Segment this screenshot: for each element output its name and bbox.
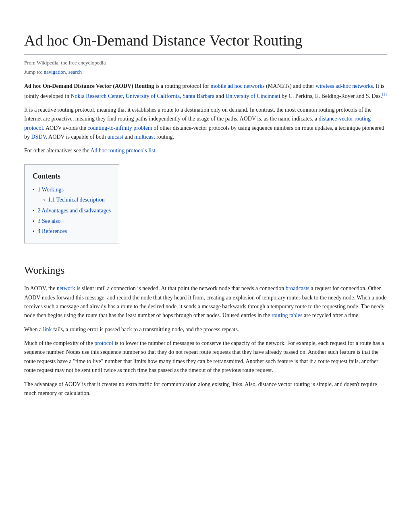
workings-paragraph-4: The advantage of AODV is that it creates… [24, 380, 387, 398]
contents-link-workings[interactable]: 1 Workings [38, 187, 64, 193]
counting-to-infinity-link[interactable]: counting-to-infinity problem [87, 125, 152, 131]
workings-text-6: fails, a routing error is passed back to… [52, 326, 239, 332]
uc-santa-barbara-link[interactable]: University of California, Santa Barbara [126, 93, 214, 99]
contents-link-advantages[interactable]: 2 Advantages and disadvantages [38, 206, 111, 215]
para-reactive-text-4: . AODV is capable of both [46, 134, 108, 140]
workings-text-5: When a [24, 326, 43, 332]
contents-link-technical[interactable]: 1.1 Technical description [48, 195, 105, 204]
workings-paragraph-2: When a link fails, a routing error is pa… [24, 325, 387, 334]
nokia-research-center-link[interactable]: Nokia Research Center [71, 93, 122, 99]
intro-text-1: is a routing protocol for [156, 83, 210, 89]
contents-item-advantages: 2 Advantages and disadvantages [33, 206, 111, 215]
link-link[interactable]: link [43, 326, 52, 332]
network-link[interactable]: network [57, 285, 75, 291]
intro-text-5: and [214, 93, 225, 99]
page-title: Ad hoc On-Demand Distance Vector Routing [24, 28, 387, 55]
protocol-link[interactable]: protocol [94, 340, 113, 346]
search-link[interactable]: search [68, 69, 82, 75]
ad-hoc-routing-protocols-list-link[interactable]: Ad hoc routing protocols list [90, 148, 155, 154]
routing-tables-link[interactable]: routing tables [272, 312, 303, 318]
contents-box: Contents 1 Workings 1.1 Technical descri… [24, 164, 119, 243]
mobile-ad-hoc-networks-link[interactable]: mobile ad hoc networks [211, 83, 265, 89]
wireless-ad-hoc-networks-link[interactable]: wireless ad-hoc networks [316, 83, 373, 89]
multicast-link[interactable]: multicast [134, 134, 155, 140]
subtitle: From Wikipedia, the free encyclopedia [24, 59, 387, 67]
contents-list: 1 Workings 1.1 Technical description 2 A… [33, 185, 111, 236]
contents-link-references[interactable]: 4 References [38, 227, 67, 236]
contents-item-workings: 1 Workings 1.1 Technical description [33, 185, 111, 206]
intro-text-4: , [123, 93, 126, 99]
navigation-link[interactable]: navigation [44, 69, 66, 75]
university-of-cincinnati-link[interactable]: University of Cincinnati [225, 93, 280, 99]
para-reactive-text-5: and [123, 134, 134, 140]
jump-to-label: Jump to: [24, 69, 44, 75]
workings-paragraph-1: In AODV, the network is silent until a c… [24, 284, 387, 320]
workings-text-2: is silent until a connection is needed. … [75, 285, 286, 291]
contents-title: Contents [33, 170, 111, 182]
intro-text-2: (MANETs) and other [265, 83, 316, 89]
para-alt-text-1: For other alternatives see the [24, 148, 90, 154]
dsdv-link[interactable]: DSDV [31, 134, 46, 140]
workings-heading: Workings [24, 262, 387, 281]
contents-link-see-also[interactable]: 3 See also [38, 217, 61, 226]
workings-text-4: are recycled after a time. [303, 312, 360, 318]
paragraph-reactive: It is a reactive routing protocol, meani… [24, 106, 387, 142]
para-alt-text-2: . [155, 148, 157, 154]
paragraph-alternatives: For other alternatives see the Ad hoc ro… [24, 146, 387, 155]
contents-item-technical: 1.1 Technical description [43, 195, 105, 204]
contents-item-references: 4 References [33, 227, 111, 236]
intro-bold-text: Ad hoc On-Demand Distance Vector (AODV) … [24, 83, 154, 89]
intro-paragraph: Ad hoc On-Demand Distance Vector (AODV) … [24, 82, 387, 100]
intro-text-6: by C. Perkins, E. Belding-Royer and S. D… [280, 93, 382, 99]
contents-item-see-also: 3 See also [33, 217, 111, 226]
para-reactive-text-6: routing. [155, 134, 174, 140]
footnote-1: [1] [382, 92, 387, 96]
jump-to-line: Jump to: navigation, search [24, 68, 387, 77]
workings-text-1: In AODV, the [24, 285, 57, 291]
unicast-link[interactable]: unicast [107, 134, 123, 140]
broadcasts-link[interactable]: broadcasts [286, 285, 309, 291]
workings-text-7: Much of the complexity of the [24, 340, 94, 346]
para-reactive-text-2: . AODV avoids the [43, 125, 88, 131]
workings-paragraph-3: Much of the complexity of the protocol i… [24, 339, 387, 375]
contents-sub-list: 1.1 Technical description [43, 195, 105, 204]
